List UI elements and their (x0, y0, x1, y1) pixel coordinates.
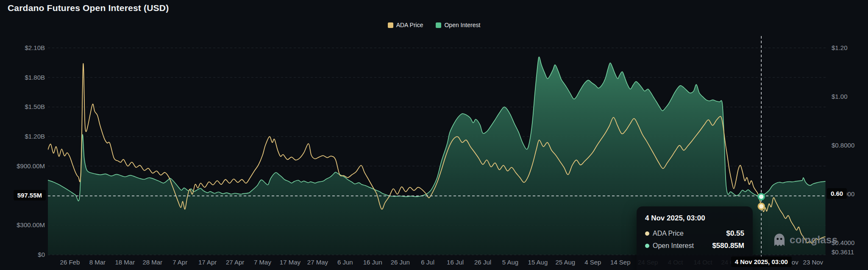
x-axis-tick: 8 Mar (89, 259, 106, 266)
right-axis-crosshair-value: 0.60 (827, 188, 847, 199)
x-axis-tick: 16 Jun (363, 259, 382, 266)
x-axis-tick: 14 Sep (610, 259, 631, 266)
open-interest-dot-icon (645, 244, 649, 248)
x-axis-tick: 26 Jul (474, 259, 491, 266)
x-axis-tick: 17 Apr (198, 259, 217, 266)
x-axis-tick: 28 Mar (142, 259, 162, 266)
tooltip-value-ada-price: $0.55 (726, 229, 744, 238)
x-axis-tick: 17 May (280, 259, 301, 266)
left-axis-tick: $1.20B (25, 133, 45, 140)
watermark-text: coinglass (790, 234, 837, 246)
right-axis-tick: $0.8000 (832, 142, 854, 149)
left-axis-tick: $2.10B (25, 44, 45, 51)
x-axis-tick: 5 Aug (502, 259, 518, 266)
x-axis-tick: 6 Jun (337, 259, 353, 266)
tooltip-value-open-interest: $580.85M (712, 242, 744, 250)
left-axis-tick: $900.00M (17, 162, 45, 170)
tooltip-row-ada-price: ADA Price $0.55 (645, 229, 744, 238)
tooltip-row-open-interest: Open Interest $580.85M (645, 242, 744, 250)
x-axis-crosshair-date: 4 Nov 2025, 03:00 (731, 256, 792, 267)
left-axis-tick: $1.80B (25, 74, 45, 81)
left-axis-tick: $0 (38, 251, 45, 258)
x-axis-tick: 27 Apr (226, 259, 244, 266)
x-axis-tick: 16 Jul (447, 259, 464, 266)
x-axis-tick: 15 Aug (528, 259, 548, 266)
x-axis-tick: 25 Aug (556, 259, 576, 266)
left-axis-crosshair-value: 597.55M (14, 190, 46, 200)
x-axis-tick: 18 Mar (115, 259, 135, 266)
coinglass-watermark: coinglass (772, 233, 837, 247)
x-axis-tick: 26 Feb (60, 259, 80, 266)
tooltip-date: 4 Nov 2025, 03:00 (645, 214, 744, 223)
x-axis-tick: 26 Jun (391, 259, 410, 266)
right-axis-tick: $0.3611 (832, 248, 854, 256)
x-axis-tick: 4 Sep (584, 259, 601, 266)
ada-price-dot-icon (645, 231, 649, 236)
ghost-logo-icon (772, 233, 787, 247)
ada-price-marker-dot (758, 203, 764, 209)
x-axis-tick: 7 May (254, 259, 271, 266)
left-axis-tick: $1.50B (25, 103, 45, 110)
x-axis-tick: 27 May (307, 259, 328, 266)
tooltip-label-ada-price: ADA Price (653, 230, 723, 237)
right-axis-tick: $1.20 (832, 44, 848, 51)
x-axis-tick: 7 Apr (172, 259, 187, 266)
left-axis-tick: $300.00M (17, 221, 45, 228)
x-axis-tick: 23 Nov (803, 259, 823, 266)
open-interest-marker-dot (758, 194, 764, 200)
x-axis-tick: 6 Jul (421, 259, 434, 266)
right-axis-tick: $1.00 (832, 93, 848, 100)
tooltip-label-open-interest: Open Interest (653, 242, 709, 250)
